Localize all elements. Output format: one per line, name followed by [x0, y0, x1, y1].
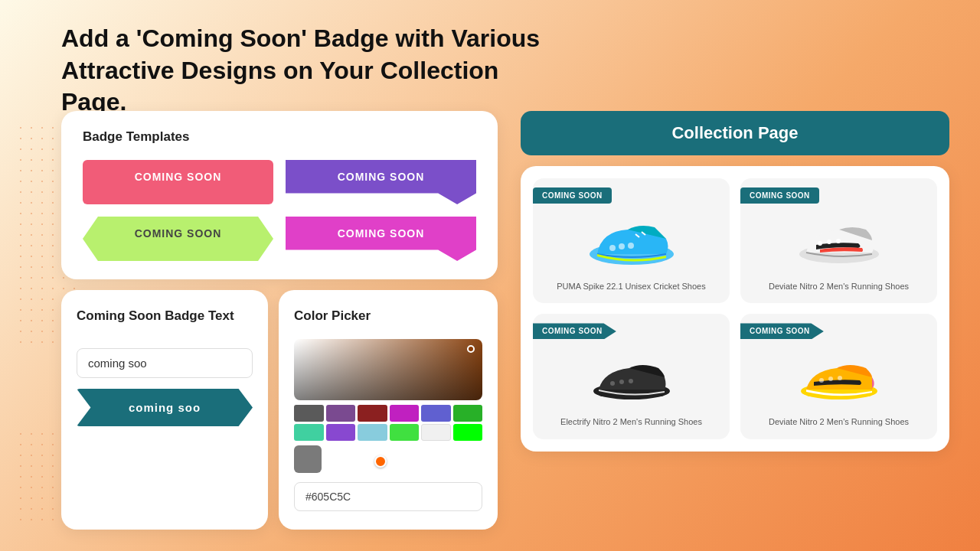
- badge-text-card: Coming Soon Badge Text coming soo: [61, 290, 268, 530]
- swatch-3[interactable]: [358, 405, 387, 422]
- swatch-8[interactable]: [326, 424, 356, 441]
- svg-point-1: [609, 245, 616, 251]
- svg-point-17: [838, 376, 842, 380]
- badge-red-flat[interactable]: COMING SOON: [83, 160, 273, 204]
- color-spectrum-dot: [467, 345, 475, 353]
- svg-point-9: [836, 239, 841, 243]
- svg-point-8: [827, 240, 831, 244]
- badge-templates-title: Badge Templates: [83, 129, 476, 145]
- badge-text-input[interactable]: [77, 348, 253, 378]
- color-picker-card: Color Picker: [279, 290, 498, 530]
- swatch-5[interactable]: [421, 405, 451, 422]
- product-item-4[interactable]: COMING SOON: [740, 314, 937, 439]
- color-spectrum[interactable]: [294, 339, 482, 400]
- svg-point-12: [619, 380, 624, 384]
- product-item-1[interactable]: COMING SOON: [533, 178, 730, 303]
- badge-text-title: Coming Soon Badge Text: [77, 308, 253, 324]
- badge-preview: coming soo: [77, 389, 253, 426]
- color-swatches: [294, 405, 482, 441]
- svg-point-15: [819, 378, 824, 383]
- product-name-2: Deviate Nitro 2 Men's Running Shoes: [751, 281, 926, 292]
- color-hex-input[interactable]: [294, 482, 482, 511]
- right-panel: Collection Page COMING SOON: [521, 111, 949, 452]
- product-grid: COMING SOON: [533, 178, 937, 439]
- badge-green-arrow[interactable]: COMING SOON: [83, 217, 273, 261]
- swatch-11[interactable]: [421, 424, 451, 441]
- product-badge-2: COMING SOON: [740, 187, 819, 204]
- swatch-6[interactable]: [453, 405, 483, 422]
- product-name-1: PUMA Spike 22.1 Unisex Cricket Shoes: [544, 281, 719, 292]
- product-badge-4: COMING SOON: [740, 323, 824, 339]
- bottom-row: Coming Soon Badge Text coming soo Color …: [61, 290, 498, 530]
- product-badge-3: COMING SOON: [533, 323, 616, 339]
- product-img-3: [582, 340, 681, 409]
- product-img-1: [582, 204, 681, 273]
- badge-templates-card: Badge Templates COMING SOON COMING SOON …: [61, 111, 498, 279]
- product-item-3[interactable]: COMING SOON Electrify Nitro 2 Men's Runn…: [533, 314, 730, 439]
- collection-header: Collection Page: [521, 111, 949, 155]
- product-badge-1: COMING SOON: [533, 187, 612, 204]
- product-img-4: [789, 340, 889, 409]
- svg-point-7: [818, 241, 822, 246]
- hue-row: [294, 445, 482, 473]
- collection-card: COMING SOON: [521, 166, 949, 452]
- selected-color-swatch: [294, 445, 322, 473]
- product-name-3: Electrify Nitro 2 Men's Running Shoes: [544, 416, 719, 428]
- page-title: Add a 'Coming Soon' Badge with Various A…: [61, 23, 551, 119]
- product-img-2: [789, 204, 889, 273]
- badge-grid: COMING SOON COMING SOON COMING SOON COMI…: [83, 160, 476, 261]
- swatch-4[interactable]: [390, 405, 420, 422]
- swatch-7[interactable]: [294, 424, 324, 441]
- badge-pink-ribbon[interactable]: COMING SOON: [286, 217, 476, 261]
- swatch-2[interactable]: [326, 405, 356, 422]
- badge-purple-ribbon[interactable]: COMING SOON: [286, 160, 476, 204]
- product-name-4: Deviate Nitro 2 Men's Running Shoes: [751, 416, 926, 428]
- swatch-1[interactable]: [294, 405, 324, 422]
- svg-point-16: [828, 377, 833, 381]
- svg-point-3: [628, 243, 634, 249]
- svg-point-13: [629, 379, 633, 383]
- swatch-9[interactable]: [358, 424, 387, 441]
- left-panel: Badge Templates COMING SOON COMING SOON …: [61, 111, 498, 530]
- color-picker-title: Color Picker: [294, 308, 482, 324]
- svg-point-11: [610, 381, 615, 386]
- hue-slider-thumb: [374, 455, 387, 468]
- swatch-10[interactable]: [390, 424, 420, 441]
- svg-point-2: [619, 243, 625, 249]
- product-item-2[interactable]: COMING SOON: [740, 178, 937, 303]
- swatch-12[interactable]: [453, 424, 483, 441]
